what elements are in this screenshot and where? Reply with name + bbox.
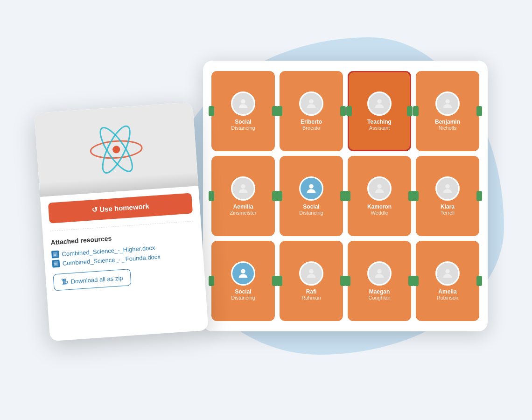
cell-name: Teaching [367,119,392,125]
grid-cell-maegan[interactable]: Maegan Coughlan [348,241,411,321]
avatar-social1 [231,91,255,116]
avatar-kiara [435,176,460,201]
grid-cell-rafi[interactable]: Rafi Rahman [280,241,343,321]
grid-cell-ta[interactable]: Teaching Assistant [348,71,411,151]
docx-icon-2: W [52,259,60,267]
grid-cell-benjamin[interactable]: Benjamin Nicholls [416,71,479,151]
cell-name: Eriberto [301,119,322,125]
svg-point-7 [445,184,449,188]
svg-point-8 [241,269,245,273]
grid-cell-social3[interactable]: Social Distancing [211,241,275,321]
svg-point-6 [377,184,381,188]
avatar-rafi [299,261,323,286]
avatar-social3 [231,261,255,286]
zip-icon: 🗜 [61,278,68,286]
connector-left [209,106,214,116]
connector-right [476,106,482,116]
student-grid: Social Distancing Eriberto Brocato Teach… [211,71,479,321]
svg-point-1 [309,99,313,103]
connector-left [209,276,214,286]
homework-card: ↺ Use homework Attached resources W Comb… [34,102,208,342]
svg-point-5 [309,184,313,188]
svg-text:W: W [53,253,56,256]
connector-left [345,191,350,201]
connector-left [277,276,282,286]
svg-text:W: W [54,263,57,266]
resources-divider [50,221,193,231]
grid-cell-kameron[interactable]: Kameron Weddle [348,156,411,236]
cell-surname: Distancing [231,125,255,131]
avatar-maegan [367,261,392,286]
cell-surname: Brocato [302,125,320,131]
connector-right [407,106,413,116]
grid-cell-social2[interactable]: Social Distancing [280,156,343,236]
cell-surname: Robinson [437,295,458,301]
svg-point-2 [377,99,381,103]
docx-icon-1: W [51,250,59,258]
cell-name: Kiara [441,203,455,210]
cell-surname: Terrell [441,210,455,216]
connector-left [346,106,352,116]
cell-surname: Weddle [371,210,388,216]
connector-left [277,191,282,201]
avatar-benjamin [435,91,460,116]
grid-cell-amelia[interactable]: Amelia Robinson [416,241,479,321]
cell-name: Social [235,119,251,125]
cell-surname: Zinsmeister [230,210,257,216]
grid-cell-eriberto[interactable]: Eriberto Brocato [280,71,343,151]
cell-name: Aemilia [233,203,253,210]
cell-name: Amelia [438,288,456,295]
svg-point-3 [445,99,449,103]
cell-surname: Nicholls [439,125,457,131]
svg-point-4 [241,184,245,188]
cell-surname: Coughlan [368,295,390,301]
download-btn-label: Download all as zip [70,274,123,285]
connector-right [340,106,346,116]
cell-name: Social [235,288,251,295]
cell-name: Rafi [306,288,317,295]
connector-left [413,276,419,286]
grid-cell-social1[interactable]: Social Distancing [211,71,275,151]
connector-left [277,106,282,116]
cell-surname: Distancing [299,210,323,216]
svg-point-0 [241,99,245,103]
grid-cell-kiara[interactable]: Kiara Terrell [416,156,479,236]
avatar-eriberto [299,91,323,116]
svg-point-11 [445,269,449,273]
grid-cell-aemilia[interactable]: Aemilia Zinsmeister [211,156,275,236]
cell-name: Benjamin [435,119,460,125]
avatar-amelia [435,261,460,286]
avatar-social2 [299,176,323,201]
cell-name: Maegan [369,288,390,295]
connector-left [345,276,350,286]
connector-left [413,106,419,116]
use-homework-button[interactable]: ↺ Use homework [48,193,193,223]
cell-surname: Distancing [231,295,255,301]
connector-left [413,191,419,201]
cell-surname: Assistant [369,125,390,131]
avatar-kameron [367,176,392,201]
cell-surname: Rahman [301,295,321,301]
cell-name: Social [303,203,319,210]
tablet-card: Social Distancing Eriberto Brocato Teach… [203,61,488,331]
connector-right [476,276,482,286]
svg-point-9 [309,269,313,273]
connector-right [476,191,482,201]
avatar-aemilia [231,176,255,201]
connector-left [209,191,214,201]
download-zip-button[interactable]: 🗜 Download all as zip [53,269,131,291]
svg-point-12 [112,146,120,154]
cell-name: Kameron [367,203,392,210]
avatar-ta [367,91,392,116]
svg-point-10 [377,269,381,273]
homework-image-area [34,102,198,197]
atom-icon [84,117,149,182]
